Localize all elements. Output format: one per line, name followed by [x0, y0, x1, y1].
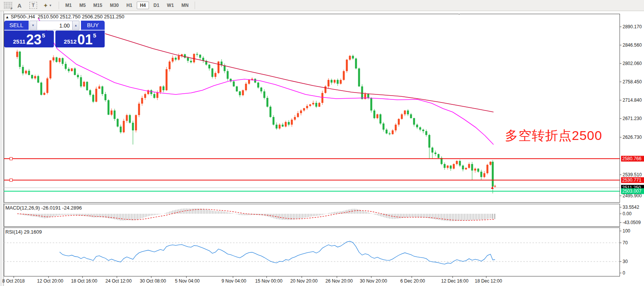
timeframe-m15[interactable]: M15: [90, 2, 105, 9]
text-label-tool-button[interactable]: A: [15, 1, 24, 10]
one-click-trade-widget: SELL ▼ ▲ BUY 2511 23 5 2512 01 5: [4, 21, 105, 47]
chart-annotation-text: 多空转折点2500: [505, 127, 602, 145]
shapes-icon: ✦: [44, 3, 48, 8]
sell-button[interactable]: SELL: [4, 21, 29, 30]
price-tick-label: 2890.170: [623, 24, 642, 29]
bid-pip-digit: 5: [42, 31, 45, 39]
price-tick-label: 2539.510: [623, 172, 642, 177]
macd-tick-label: 33.5542: [623, 205, 639, 210]
time-tick-label: 12 Dec 16:00: [441, 278, 468, 284]
price-line-badge: 2503.007: [621, 188, 644, 194]
price-tick-label: 2758.450: [623, 79, 642, 84]
time-tick-label: 20 Nov 20:00: [290, 278, 317, 284]
price-tick-label: 2671.230: [623, 116, 642, 121]
ohlc-values: 2510.500 2512.750 2506.250 2511.250: [38, 14, 125, 20]
macd-tick-label: -43.0509: [623, 220, 641, 225]
ask-pip-digit: 5: [93, 31, 96, 39]
volume-decrease-button[interactable]: ▼: [29, 21, 37, 30]
timeframe-h4[interactable]: H4: [137, 2, 149, 9]
timeframe-mn[interactable]: MN: [178, 2, 192, 9]
rsi-panel[interactable]: [4, 227, 620, 276]
time-tick-label: 9 Nov 04:00: [222, 278, 246, 284]
rsi-tick-label: 70: [623, 240, 628, 245]
symbol-label: SP500-,H4: [11, 14, 35, 20]
ask-big-digits: 01: [77, 33, 92, 46]
price-line-badge: 2580.766: [621, 156, 644, 162]
price-tick-label: 2846.560: [623, 42, 642, 48]
macd-tick-label: 0.00: [623, 211, 631, 216]
time-tick-label: 8 Oct 2018: [2, 278, 25, 284]
macd-values: -26.0191 -24.2896: [41, 205, 82, 211]
time-tick-label: 30 Oct 08:00: [140, 278, 166, 284]
macd-label: MACD(12,26,9) -26.0191 -24.2896: [5, 205, 82, 211]
time-tick-label: 15 Nov 00:00: [255, 278, 282, 284]
time-tick-label: 26 Nov 20:00: [325, 278, 353, 284]
timeframe-h1[interactable]: H1: [123, 2, 135, 9]
toolbar-separator: [59, 2, 59, 9]
price-line-badge: 2530.771: [621, 177, 644, 183]
toolbar: F A T ✦ ▼ M1M5M15M30H1H4D1W1MN: [0, 0, 644, 11]
shapes-tool-button[interactable]: ✦ ▼: [43, 1, 53, 10]
time-tick-label: 18 Dec 12:00: [475, 278, 502, 284]
time-tick-label: 18 Oct 16:00: [71, 278, 97, 284]
timeframe-w1[interactable]: W1: [164, 2, 177, 9]
price-tick-label: 2714.840: [623, 98, 642, 103]
toolbar-separator: [195, 2, 195, 9]
bid-prefix: 2511: [13, 38, 26, 45]
time-tick-label: 24 Oct 12:00: [105, 278, 132, 284]
ask-prefix: 2512: [64, 38, 76, 45]
bid-price-display[interactable]: 2511 23 5: [4, 31, 54, 47]
timeframe-m5[interactable]: M5: [76, 2, 89, 9]
symbol-marker-icon: ▲: [5, 15, 9, 19]
textbox-tool-button[interactable]: T: [28, 1, 38, 10]
time-tick-label: 30 Nov 20:00: [360, 278, 387, 284]
timeframe-m1[interactable]: M1: [62, 2, 75, 9]
volume-increase-button[interactable]: ▲: [72, 21, 80, 30]
price-tick-label: 2802.060: [623, 61, 642, 66]
timeframe-d1[interactable]: D1: [150, 2, 162, 9]
chevron-down-icon: ▼: [49, 4, 52, 7]
rsi-tick-label: 30: [623, 259, 628, 264]
time-tick-label: 12 Oct 20:00: [37, 278, 63, 284]
rsi-value: 29.1609: [24, 229, 42, 235]
rsi-label: RSI(14) 29.1609: [5, 229, 42, 235]
buy-button[interactable]: BUY: [81, 21, 105, 30]
price-tick-label: 2626.730: [623, 135, 642, 140]
ask-price-display[interactable]: 2512 01 5: [55, 31, 105, 47]
volume-input[interactable]: [37, 21, 72, 30]
bid-big-digits: 23: [26, 33, 42, 46]
chart-title: ▲SP500-,H4 2510.500 2512.750 2506.250 25…: [5, 14, 125, 20]
hline-drag-handle[interactable]: [10, 179, 13, 182]
timeframe-group: M1M5M15M30H1H4D1W1MN: [61, 2, 193, 9]
hline-drag-handle[interactable]: [10, 157, 13, 160]
textbox-t-icon: T: [29, 2, 37, 9]
time-tick-label: 5 Nov 04:00: [175, 278, 200, 284]
time-tick-label: 6 Dec 20:00: [400, 278, 425, 284]
timeframe-m30[interactable]: M30: [107, 2, 122, 9]
rsi-tick-label: 0: [623, 270, 625, 276]
window-left-edge: [0, 11, 4, 286]
mt4-window: F A T ✦ ▼ M1M5M15M30H1H4D1W1MN ▲SP500-,H…: [0, 0, 644, 286]
grid-f-icon[interactable]: F: [3, 1, 13, 10]
macd-panel[interactable]: [4, 204, 620, 227]
rsi-tick-label: 100: [623, 228, 630, 234]
